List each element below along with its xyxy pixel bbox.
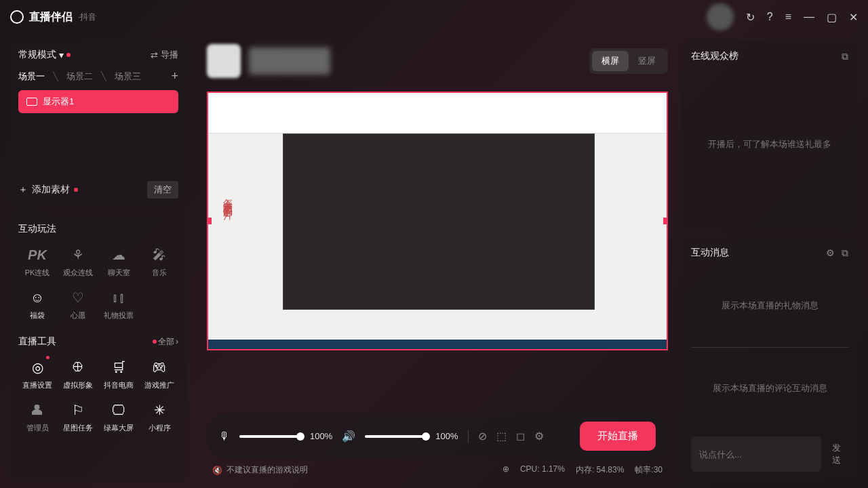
sidebar: 常规模式 ▾ ⇄ 导播 场景一 ╲ 场景二 ╲ 场景三 + 显示器1 ＋ 添加素… bbox=[0, 34, 197, 488]
interactive-panel: 互动玩法 PKPK连线 ⚘观众连线 ☁聊天室 🎤︎音乐 ☺福袋 ♡心愿 ⫾⫿礼物… bbox=[10, 215, 186, 481]
tool-lucky-bag[interactable]: ☺福袋 bbox=[18, 286, 56, 323]
maximize-icon[interactable]: ▢ bbox=[827, 11, 837, 24]
tool-star-tasks[interactable]: ⚐星图任务 bbox=[59, 399, 97, 436]
tool-game-promo[interactable]: 🎮︎游戏推广 bbox=[140, 356, 178, 393]
bar-icon-1[interactable]: ⊘ bbox=[478, 430, 487, 443]
tool-music[interactable]: 🎤︎音乐 bbox=[140, 243, 178, 281]
add-scene-button[interactable]: + bbox=[171, 69, 178, 83]
close-icon[interactable]: ✕ bbox=[849, 11, 858, 24]
orient-vertical[interactable]: 竖屏 bbox=[629, 51, 665, 71]
orient-horizontal[interactable]: 横屏 bbox=[592, 51, 629, 71]
camera-icon[interactable]: ◻ bbox=[516, 430, 525, 443]
speaker-slider[interactable] bbox=[365, 435, 426, 438]
center-area: 横屏 竖屏 怎会迷恋巫山的那一片 🎙 100% 🔊 100% ⊘ ⬚ ◻ ⚙ bbox=[197, 34, 678, 488]
speaker-volume: 100% bbox=[435, 431, 458, 441]
add-source-button[interactable]: ＋ 添加素材 bbox=[18, 184, 78, 196]
app-logo-icon bbox=[10, 10, 24, 24]
tool-virtual-avatar[interactable]: 𐀏虚拟形象 bbox=[59, 356, 97, 393]
fps: 帧率:30 bbox=[635, 464, 663, 476]
cpu-usage: CPU: 1.17% bbox=[520, 464, 565, 476]
bar-icon-2[interactable]: ⬚ bbox=[496, 430, 507, 443]
messages-title: 互动消息 bbox=[691, 247, 729, 259]
interactive-title: 互动玩法 bbox=[18, 223, 178, 235]
tool-chatroom[interactable]: ☁聊天室 bbox=[100, 243, 138, 281]
gift-placeholder: 展示本场直播的礼物消息 bbox=[691, 264, 848, 347]
help-icon[interactable]: ? bbox=[767, 11, 773, 23]
preview-canvas[interactable]: 怎会迷恋巫山的那一片 bbox=[207, 92, 668, 350]
tools-title: 直播工具 bbox=[18, 336, 56, 348]
app-title: 直播伴侣 bbox=[29, 10, 73, 24]
source-display-1[interactable]: 显示器1 bbox=[18, 90, 178, 113]
status-bar: 🔇 不建议直播的游戏说明 ⊕ CPU: 1.17% 内存: 54.83% 帧率:… bbox=[200, 459, 675, 481]
tool-pk[interactable]: PKPK连线 bbox=[18, 243, 56, 281]
start-stream-button[interactable]: 开始直播 bbox=[580, 422, 656, 451]
mute-icon: 🔇 bbox=[212, 466, 222, 475]
scene-tab-1[interactable]: 场景一 bbox=[18, 70, 45, 83]
mic-slider[interactable] bbox=[239, 435, 300, 438]
tool-gift-vote[interactable]: ⫾⫿礼物投票 bbox=[100, 286, 138, 323]
viewers-title: 在线观众榜 bbox=[691, 50, 738, 62]
speaker-icon[interactable]: 🔊 bbox=[342, 430, 355, 443]
mem-usage: 内存: 54.83% bbox=[576, 464, 624, 476]
scene-tab-2[interactable]: 场景二 bbox=[66, 70, 93, 83]
tool-ecommerce[interactable]: 🛒︎抖音电商 bbox=[100, 356, 138, 393]
scene-tab-3[interactable]: 场景三 bbox=[115, 70, 141, 83]
tool-green-screen[interactable]: 🖵绿幕大屏 bbox=[100, 399, 138, 436]
rightbar: 在线观众榜 ⧉ 开播后，可了解本场谁送礼最多 互动消息 ⚙ ⧉ 展示本场直播的礼… bbox=[678, 34, 868, 488]
msg-settings-icon[interactable]: ⚙ bbox=[826, 247, 835, 259]
director-link[interactable]: ⇄ 导播 bbox=[151, 49, 178, 61]
orientation-toggle: 横屏 竖屏 bbox=[589, 48, 668, 74]
monitor-icon bbox=[26, 98, 37, 106]
stream-title bbox=[249, 47, 330, 75]
menu-icon[interactable]: ≡ bbox=[785, 11, 791, 23]
tool-audience-link[interactable]: ⚘观众连线 bbox=[59, 243, 97, 281]
viewers-panel: 在线观众榜 ⧉ 开播后，可了解本场谁送礼最多 bbox=[682, 41, 858, 230]
app-subtitle: ·抖音 bbox=[78, 12, 96, 23]
stream-avatar[interactable] bbox=[207, 44, 241, 78]
settings-icon[interactable]: ⚙ bbox=[534, 430, 544, 443]
refresh-icon[interactable]: ↻ bbox=[746, 11, 755, 24]
mic-icon[interactable]: 🎙 bbox=[219, 430, 230, 443]
scene-panel: 常规模式 ▾ ⇄ 导播 场景一 ╲ 场景二 ╲ 场景三 + 显示器1 ＋ 添加素… bbox=[10, 41, 186, 207]
messages-panel: 互动消息 ⚙ ⧉ 展示本场直播的礼物消息 展示本场直播的评论互动消息 发送 bbox=[682, 237, 858, 481]
tool-miniapp[interactable]: ✳小程序 bbox=[140, 399, 178, 436]
game-note[interactable]: 不建议直播的游戏说明 bbox=[226, 464, 308, 476]
audio-bar: 🎙 100% 🔊 100% ⊘ ⬚ ◻ ⚙ 开始直播 bbox=[207, 413, 668, 459]
msg-popout-icon[interactable]: ⧉ bbox=[842, 247, 848, 259]
minimize-icon[interactable]: — bbox=[804, 11, 814, 23]
send-button[interactable]: 发送 bbox=[827, 436, 848, 472]
viewers-placeholder: 开播后，可了解本场谁送礼最多 bbox=[691, 68, 848, 221]
popout-icon[interactable]: ⧉ bbox=[842, 51, 848, 62]
chat-input[interactable] bbox=[691, 436, 821, 472]
mode-selector[interactable]: 常规模式 ▾ bbox=[18, 49, 71, 61]
mic-volume: 100% bbox=[310, 431, 332, 441]
clear-button[interactable]: 清空 bbox=[147, 181, 178, 199]
comment-placeholder: 展示本场直播的评论互动消息 bbox=[691, 348, 848, 430]
perf-icon: ⊕ bbox=[502, 464, 509, 476]
titlebar: 直播伴侣 ·抖音 ↻ ? ≡ — ▢ ✕ bbox=[0, 0, 868, 34]
tool-stream-settings[interactable]: ◎直播设置 bbox=[18, 356, 56, 393]
user-avatar[interactable] bbox=[707, 3, 734, 30]
tool-admin[interactable]: 👤︎管理员 bbox=[18, 399, 56, 436]
tool-wish[interactable]: ♡心愿 bbox=[59, 286, 97, 323]
all-tools-link[interactable]: 全部 › bbox=[153, 336, 178, 348]
